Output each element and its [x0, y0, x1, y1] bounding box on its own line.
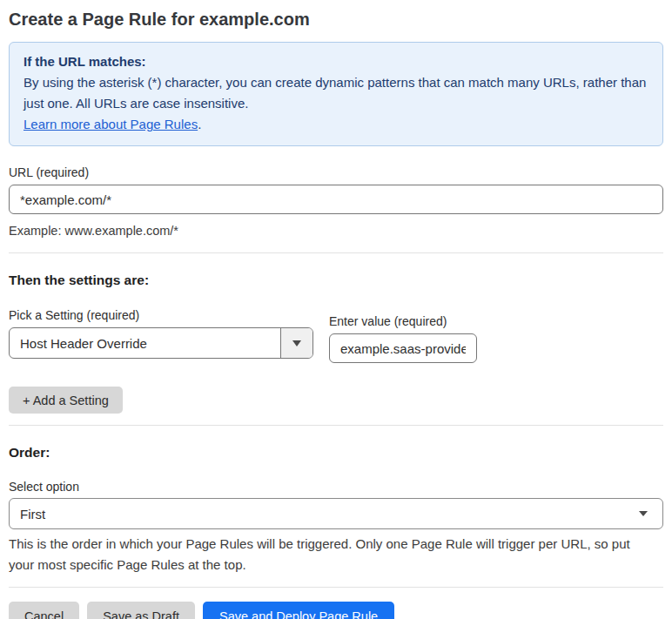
cancel-button[interactable]: Cancel	[9, 602, 79, 619]
enter-value-column: Enter value (required)	[329, 288, 477, 363]
link-suffix: .	[198, 117, 201, 131]
settings-section-heading: Then the settings are:	[9, 272, 663, 288]
dropdown-arrow-button[interactable]	[280, 328, 312, 358]
url-field-label: URL (required)	[9, 165, 663, 180]
url-match-info-box: If the URL matches: By using the asteris…	[9, 42, 663, 146]
pick-setting-label: Pick a Setting (required)	[9, 308, 313, 323]
pick-setting-selected-value: Host Header Override	[10, 336, 147, 351]
pick-setting-dropdown[interactable]: Host Header Override	[9, 327, 313, 359]
chevron-down-icon	[292, 340, 301, 347]
order-section-heading: Order:	[9, 444, 663, 461]
url-example-helper: Example: www.example.com/*	[9, 220, 663, 241]
order-helper-text: This is the order in which your Page Rul…	[9, 534, 657, 575]
settings-row: Pick a Setting (required) Host Header Ov…	[9, 288, 663, 363]
divider	[9, 252, 663, 253]
save-and-deploy-button[interactable]: Save and Deploy Page Rule	[203, 602, 394, 619]
page-title: Create a Page Rule for example.com	[9, 8, 663, 31]
order-select-label: Select option	[9, 480, 663, 495]
footer-actions: Cancel Save as Draft Save and Deploy Pag…	[9, 602, 663, 619]
learn-more-link[interactable]: Learn more about Page Rules	[24, 117, 198, 131]
enter-value-label: Enter value (required)	[329, 314, 477, 329]
divider	[9, 425, 663, 426]
save-as-draft-button[interactable]: Save as Draft	[87, 602, 195, 619]
info-box-link-line: Learn more about Page Rules.	[24, 114, 648, 135]
create-page-rule-form: Create a Page Rule for example.com If th…	[0, 8, 672, 619]
chevron-down-icon	[639, 511, 648, 516]
add-setting-button[interactable]: + Add a Setting	[9, 387, 123, 414]
setting-value-input[interactable]	[329, 333, 477, 363]
order-selected-value: First	[10, 507, 45, 521]
info-box-heading: If the URL matches:	[24, 51, 648, 72]
pick-setting-column: Pick a Setting (required) Host Header Ov…	[9, 288, 313, 359]
url-input[interactable]	[9, 185, 663, 214]
info-box-body: By using the asterisk (*) character, you…	[24, 72, 648, 114]
order-select[interactable]: First	[9, 498, 663, 529]
divider	[9, 587, 663, 588]
